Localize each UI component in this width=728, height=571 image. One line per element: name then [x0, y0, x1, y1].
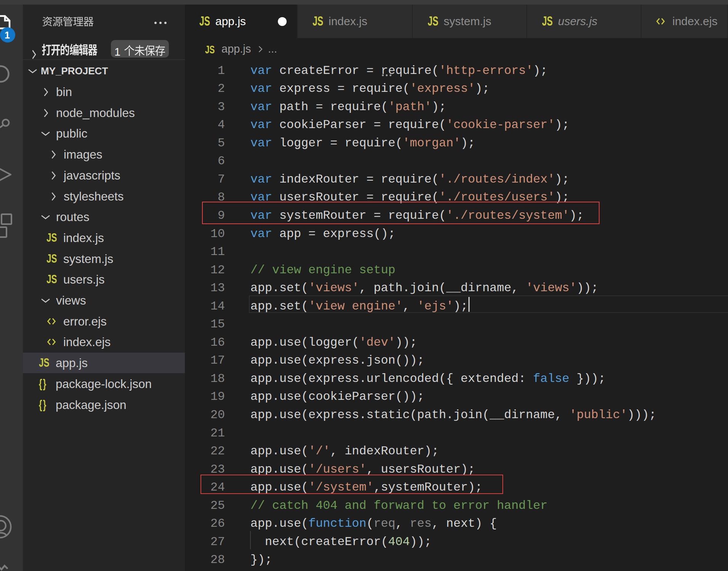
svg-text:1: 1	[5, 30, 10, 40]
